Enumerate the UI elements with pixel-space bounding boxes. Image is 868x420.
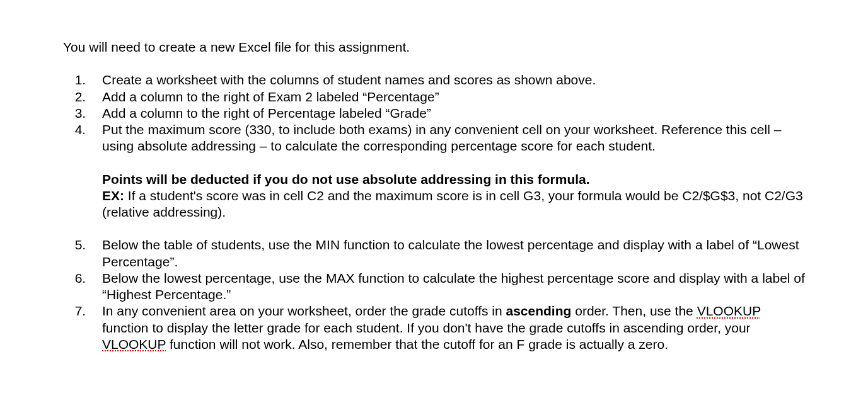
vlookup-word-2: VLOOKUP xyxy=(102,337,166,351)
list-item-5-text: Below the table of students, use the MIN… xyxy=(102,237,799,268)
list-item-2: Add a column to the right of Exam 2 labe… xyxy=(90,89,805,105)
list-item-7-text-g: function will not work. Also, remember t… xyxy=(166,337,668,351)
list-item-7-bold: ascending xyxy=(506,304,572,318)
list-item-1-text: Create a worksheet with the columns of s… xyxy=(102,72,596,87)
list-item-1: Create a worksheet with the columns of s… xyxy=(90,72,805,88)
list-item-6-text: Below the lowest percentage, use the MAX… xyxy=(102,271,805,302)
example-text: If a student's score was in cell C2 and … xyxy=(102,188,803,219)
blank-line xyxy=(102,220,805,237)
vlookup-word-1: VLOOKUP xyxy=(697,304,761,318)
list-item-4: Put the maximum score (330, to include b… xyxy=(90,122,805,237)
blank-line xyxy=(102,155,805,171)
list-item-7: In any convenient area on your worksheet… xyxy=(90,303,805,353)
list-item-5: Below the table of students, use the MIN… xyxy=(90,237,805,270)
note-bold-text: Points will be deducted if you do not us… xyxy=(102,172,590,186)
list-item-3: Add a column to the right of Percentage … xyxy=(90,105,805,122)
list-item-7-text-e: function to display the letter grade for… xyxy=(102,321,751,335)
instruction-list: Create a worksheet with the columns of s… xyxy=(90,72,805,353)
document-page: You will need to create a new Excel file… xyxy=(0,0,868,420)
list-item-4-text: Put the maximum score (330, to include b… xyxy=(102,122,781,153)
list-item-7-text-a: In any convenient area on your worksheet… xyxy=(102,304,506,318)
list-item-3-text: Add a column to the right of Percentage … xyxy=(102,106,431,120)
list-item-6: Below the lowest percentage, use the MAX… xyxy=(90,270,805,304)
intro-paragraph: You will need to create a new Excel file… xyxy=(63,39,805,55)
list-item-4-example: EX: If a student's score was in cell C2 … xyxy=(102,188,805,221)
list-item-4-note: Points will be deducted if you do not us… xyxy=(102,171,805,188)
list-item-7-text-c: order. Then, use the xyxy=(571,304,697,318)
example-label: EX: xyxy=(102,188,124,203)
list-item-2-text: Add a column to the right of Exam 2 labe… xyxy=(102,89,439,104)
